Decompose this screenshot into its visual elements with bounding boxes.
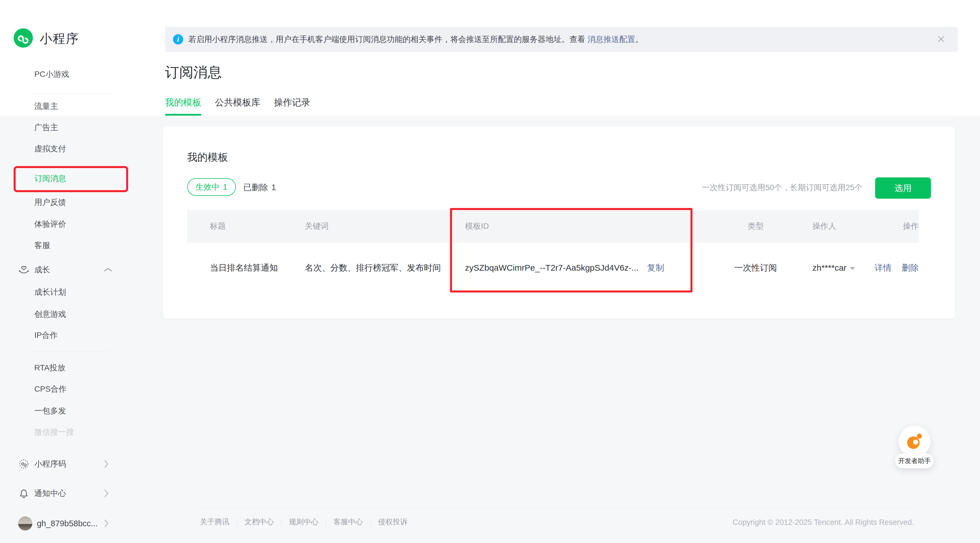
banner-push-config-link[interactable]: 消息推送配置 (587, 34, 635, 45)
app-title: 小程序 (40, 30, 79, 47)
select-template-button[interactable]: 选用 (875, 178, 931, 198)
filter-active-count: 1 (223, 179, 228, 195)
operator-value: zh****car (812, 263, 846, 272)
growth-hands-heart-icon (18, 264, 30, 275)
chevron-up-icon[interactable] (104, 264, 112, 275)
cell-keywords: 名次、分数、排行榜冠军、发布时间 (305, 262, 465, 274)
active-tab-underline (165, 114, 201, 116)
sidebar-item-growth-plan[interactable]: 成长计划 (34, 287, 66, 298)
cell-actions: 详情 删除 (866, 262, 919, 274)
sidebar-group-growth[interactable]: 成长 (34, 264, 50, 275)
chevron-right-icon[interactable] (104, 518, 111, 529)
panel-heading: 我的模板 (187, 151, 228, 164)
notice-banner: i 若启用小程序消息推送，用户在手机客户端使用订阅消息功能的相关事件，将会推送至… (165, 27, 958, 52)
miniprogram-logo-icon (14, 29, 33, 49)
tab-bar: 我的模板 公共模板库 操作记录 (165, 96, 310, 116)
cell-title: 当日排名结算通知 (187, 262, 305, 274)
account-avatar[interactable] (18, 516, 32, 530)
sidebar-divider (30, 352, 111, 352)
footer-link-rules-center[interactable]: 规则中心 (282, 517, 326, 527)
sidebar-item-experience-review[interactable]: 体验评价 (34, 219, 66, 230)
assistant-widget[interactable]: 开发者助手 (893, 424, 936, 472)
sidebar-item-ip-cooperation[interactable]: IP合作 (34, 330, 57, 341)
copyright-text: Copyright © 2012-2025 Tencent. All Right… (733, 518, 914, 527)
header-title: 标题 (187, 221, 305, 232)
header-operator: 操作人 (797, 221, 866, 232)
banner-text: 若启用小程序消息推送，用户在手机客户端使用订阅消息功能的相关事件，将会推送至所配… (188, 34, 585, 45)
tab-operation-log[interactable]: 操作记录 (274, 96, 310, 116)
miniprogram-code-icon (18, 458, 30, 470)
sidebar-item-multi-publish[interactable]: 一包多发 (34, 405, 66, 417)
tab-public-library[interactable]: 公共模板库 (215, 96, 260, 116)
footer-link-about-tencent[interactable]: 关于腾讯 (200, 517, 237, 527)
quota-hint: 一次性订阅可选用50个，长期订阅可选用25个 (702, 182, 862, 193)
filter-active-pill[interactable]: 生效中 1 (187, 178, 236, 196)
sidebar-item-cps[interactable]: CPS合作 (34, 383, 67, 395)
footer-links: 关于腾讯 文档中心 规则中心 客服中心 侵权投诉 (200, 517, 415, 527)
tab-divider-line (165, 115, 955, 116)
filter-deleted-count: 1 (271, 182, 276, 193)
sidebar-item-rta[interactable]: RTA投放 (34, 362, 65, 373)
page-title: 订阅消息 (165, 63, 222, 82)
header-type: 类型 (714, 221, 797, 232)
footer-divider (200, 507, 914, 508)
sidebar-item-traffic[interactable]: 流量主 (34, 101, 58, 112)
sidebar-item-advertiser[interactable]: 广告主 (34, 122, 58, 133)
filter-deleted-label: 已删除 (243, 182, 268, 193)
banner-text-suffix: 。 (635, 34, 643, 45)
delete-link[interactable]: 删除 (902, 262, 919, 274)
filter-active-label: 生效中 (196, 179, 220, 195)
cell-type: 一次性订阅 (714, 262, 797, 274)
chevron-right-icon[interactable] (104, 488, 111, 499)
sidebar-item-customer-service[interactable]: 客服 (34, 240, 50, 251)
footer-link-infringement[interactable]: 侵权投诉 (371, 517, 415, 527)
account-name[interactable]: gh_879b58bcc... (37, 516, 97, 530)
filter-deleted[interactable]: 已删除 1 (243, 182, 276, 193)
sidebar-item-user-feedback[interactable]: 用户反馈 (34, 197, 66, 208)
annotation-box-template-id-column (450, 208, 692, 292)
dropdown-caret-icon[interactable] (850, 267, 855, 270)
sidebar-item-notification-center[interactable]: 通知中心 (34, 488, 66, 499)
chevron-right-icon[interactable] (104, 458, 111, 470)
annotation-box-sidebar-subscribe (14, 166, 128, 192)
page: 小程序 PC小游戏 流量主 广告主 虚拟支付 订阅消息 用户反馈 体验评价 客服… (0, 0, 980, 543)
cell-operator[interactable]: zh****car (797, 263, 866, 273)
assistant-label[interactable]: 开发者助手 (895, 453, 934, 468)
assistant-mascot-icon[interactable] (899, 426, 931, 457)
sidebar-item-miniprogram-code[interactable]: 小程序码 (34, 458, 66, 470)
sidebar-item-creative-game[interactable]: 创意游戏 (34, 309, 66, 320)
footer-link-docs-center[interactable]: 文档中心 (237, 517, 281, 527)
header-actions: 操作 (866, 221, 919, 232)
detail-link[interactable]: 详情 (875, 262, 891, 274)
info-icon: i (173, 34, 183, 44)
sidebar-item-pc-minigame[interactable]: PC小游戏 (34, 68, 69, 80)
sidebar-item-wechat-search[interactable]: 微信搜一搜 (34, 427, 74, 438)
sidebar-item-virtual-pay[interactable]: 虚拟支付 (34, 143, 66, 154)
tab-my-templates[interactable]: 我的模板 (165, 96, 201, 116)
bell-icon (18, 488, 30, 499)
footer-link-service-center[interactable]: 客服中心 (326, 517, 370, 527)
close-icon[interactable]: ✕ (937, 27, 945, 52)
app-logo: 小程序 (14, 29, 79, 49)
header-keywords: 关键词 (305, 221, 465, 232)
